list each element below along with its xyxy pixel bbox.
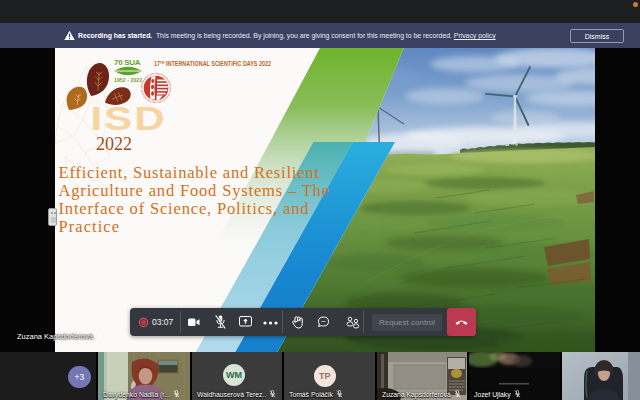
svg-text:Interface of Science, Politic: Interface of Science, Politics, and	[59, 199, 310, 218]
svg-text:2022: 2022	[96, 133, 132, 154]
svg-text:Agriculture and Food Systems –: Agriculture and Food Systems – The	[59, 181, 330, 200]
svg-text:Efficient, Sustainable and Res: Efficient, Sustainable and Resilient	[59, 163, 320, 182]
svg-text:70 SUA: 70 SUA	[114, 58, 141, 67]
svg-text:Practice: Practice	[59, 217, 120, 236]
svg-text:1952 - 2022: 1952 - 2022	[114, 77, 142, 83]
svg-text:ISD: ISD	[91, 100, 167, 137]
svg-text:17TH INTERNATIONAL SCIENTIFIC: 17TH INTERNATIONAL SCIENTIFIC DAYS 2022	[154, 60, 271, 67]
